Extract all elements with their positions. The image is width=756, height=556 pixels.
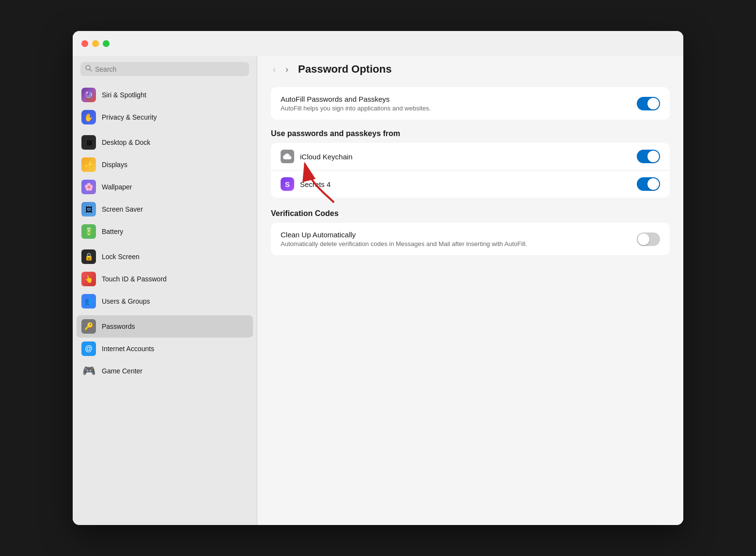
displays-icon: ✨ (81, 157, 96, 172)
search-input[interactable] (95, 65, 244, 73)
page-title: Password Options (298, 63, 392, 76)
cleanup-toggle[interactable] (637, 232, 660, 246)
desktop-icon: 🖥 (81, 135, 96, 150)
autofill-toggle[interactable] (637, 97, 660, 110)
sidebar-item-touchid[interactable]: 👆 Touch ID & Password (77, 268, 253, 290)
fullscreen-button[interactable] (103, 40, 110, 47)
sidebar-label-internet: Internet Accounts (102, 345, 154, 353)
autofill-card: AutoFill Passwords and Passkeys AutoFill… (271, 87, 670, 120)
cleanup-card: Clean Up Automatically Automatically del… (271, 223, 670, 255)
back-button[interactable]: ‹ (271, 63, 278, 76)
sidebar-label-screensaver: Screen Saver (102, 205, 143, 213)
autofill-title: AutoFill Passwords and Passkeys (281, 95, 431, 103)
secrets-toggle[interactable] (637, 177, 660, 191)
icloud-toggle[interactable] (637, 150, 660, 163)
icloud-toggle-knob (647, 151, 659, 162)
sidebar-item-internet[interactable]: @ Internet Accounts (77, 338, 253, 360)
screensaver-icon: 🖼 (81, 202, 96, 216)
secrets-toggle-knob (647, 178, 659, 190)
traffic-lights (81, 40, 110, 47)
cleanup-title: Clean Up Automatically (281, 231, 527, 239)
sidebar-label-siri: Siri & Spotlight (102, 91, 146, 99)
sidebar-item-users[interactable]: 👥 Users & Groups (77, 290, 253, 312)
sidebar-label-privacy: Privacy & Security (102, 113, 157, 121)
search-icon (85, 65, 92, 73)
sidebar-item-displays[interactable]: ✨ Displays (77, 154, 253, 176)
secrets-row: S Secrets 4 (271, 170, 670, 198)
wallpaper-icon: 🌸 (81, 180, 96, 194)
close-button[interactable] (81, 40, 88, 47)
sidebar-item-battery[interactable]: 🔋 Battery (77, 220, 253, 243)
privacy-icon: ✋ (81, 110, 96, 124)
secrets-icon: S (281, 177, 294, 191)
autofill-row: AutoFill Passwords and Passkeys AutoFill… (271, 87, 670, 120)
main-panel: ‹ › Password Options AutoFill Passwords … (257, 56, 683, 525)
cleanup-row: Clean Up Automatically Automatically del… (271, 223, 670, 255)
cleanup-content: Clean Up Automatically Automatically del… (281, 231, 527, 247)
sidebar-label-lockscreen: Lock Screen (102, 253, 140, 261)
internet-icon: @ (81, 341, 96, 356)
secrets-row-left: S Secrets 4 (281, 177, 331, 191)
sidebar-label-gamecenter: Game Center (102, 367, 142, 375)
search-bar[interactable] (80, 62, 249, 76)
users-icon: 👥 (81, 294, 96, 309)
sidebar-item-desktop[interactable]: 🖥 Desktop & Dock (77, 131, 253, 154)
sidebar-item-gamecenter[interactable]: 🎮 Game Center (77, 360, 253, 382)
system-preferences-window: 🔮 Siri & Spotlight ✋ Privacy & Security … (73, 31, 683, 525)
touchid-icon: 👆 (81, 272, 96, 286)
main-header: ‹ › Password Options (257, 56, 683, 82)
icloud-keychain-label: iCloud Keychain (300, 153, 352, 161)
forward-button[interactable]: › (284, 63, 290, 76)
icloud-row-left: iCloud Keychain (281, 150, 352, 163)
autofill-subtitle: AutoFill helps you sign into application… (281, 105, 431, 112)
main-body: AutoFill Passwords and Passkeys AutoFill… (257, 82, 683, 525)
sidebar-item-screensaver[interactable]: 🖼 Screen Saver (77, 198, 253, 220)
sidebar-item-passwords[interactable]: 🔑 Passwords (77, 315, 253, 338)
sidebar-item-wallpaper[interactable]: 🌸 Wallpaper (77, 176, 253, 198)
sidebar-label-touchid: Touch ID & Password (102, 275, 167, 283)
gamecenter-icon: 🎮 (81, 364, 96, 378)
siri-icon: 🔮 (81, 88, 96, 102)
sidebar-list: 🔮 Siri & Spotlight ✋ Privacy & Security … (73, 84, 257, 525)
icloud-icon (281, 150, 294, 163)
sidebar-label-passwords: Passwords (102, 323, 135, 330)
sidebar-item-privacy[interactable]: ✋ Privacy & Security (77, 106, 253, 128)
sidebar-item-lockscreen[interactable]: 🔒 Lock Screen (77, 246, 253, 268)
use-passwords-card: iCloud Keychain S Secrets 4 (271, 143, 670, 198)
sidebar-label-displays: Displays (102, 161, 127, 169)
sidebar-label-battery: Battery (102, 228, 123, 235)
autofill-content: AutoFill Passwords and Passkeys AutoFill… (281, 95, 431, 112)
cleanup-subtitle: Automatically delete verification codes … (281, 240, 527, 247)
lockscreen-icon: 🔒 (81, 249, 96, 264)
sidebar-item-siri[interactable]: 🔮 Siri & Spotlight (77, 84, 253, 106)
window-content: 🔮 Siri & Spotlight ✋ Privacy & Security … (73, 56, 683, 525)
cleanup-toggle-knob (638, 233, 649, 245)
secrets-label: Secrets 4 (300, 180, 331, 188)
battery-icon: 🔋 (81, 224, 96, 239)
sidebar: 🔮 Siri & Spotlight ✋ Privacy & Security … (73, 56, 257, 525)
svg-line-1 (90, 69, 92, 71)
titlebar (73, 31, 683, 56)
sidebar-label-wallpaper: Wallpaper (102, 183, 132, 191)
sidebar-label-users: Users & Groups (102, 297, 150, 305)
sidebar-label-desktop: Desktop & Dock (102, 139, 150, 146)
autofill-toggle-knob (647, 98, 659, 109)
passwords-icon: 🔑 (81, 319, 96, 334)
icloud-row: iCloud Keychain (271, 143, 670, 170)
verification-header: Verification Codes (271, 209, 670, 218)
use-passwords-header: Use passwords and passkeys from (271, 129, 670, 138)
minimize-button[interactable] (92, 40, 99, 47)
